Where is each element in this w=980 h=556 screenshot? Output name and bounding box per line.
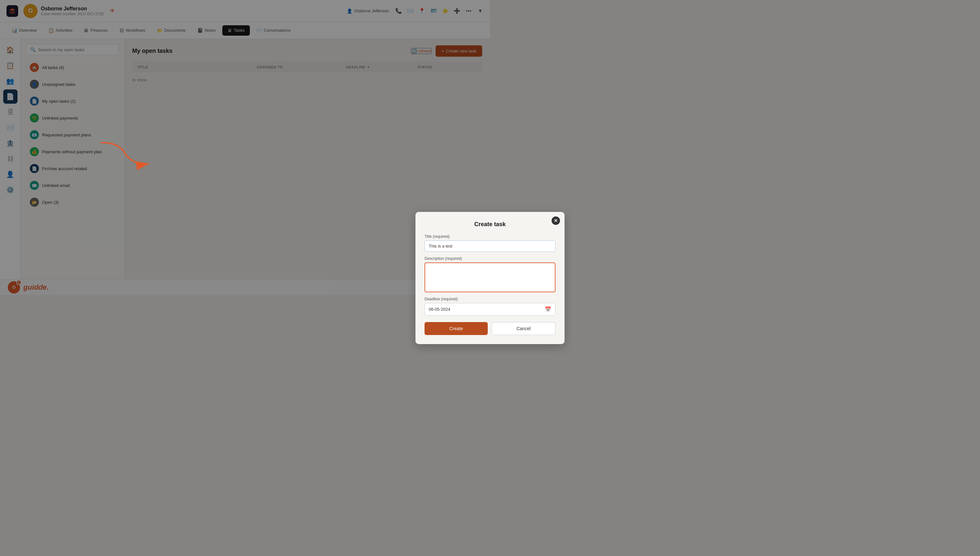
description-field-group: Description (required) <box>425 256 490 292</box>
modal-title: Create task <box>425 221 490 228</box>
description-field-label: Description (required) <box>425 256 490 261</box>
arrow-annotation <box>94 136 159 175</box>
create-task-modal: Create task ✕ Title (required) Descripti… <box>416 212 490 295</box>
title-input[interactable] <box>425 241 490 252</box>
description-wrapper <box>425 262 490 292</box>
modal-overlay: Create task ✕ Title (required) Descripti… <box>0 0 490 295</box>
description-textarea[interactable] <box>426 264 490 290</box>
title-field-group: Title (required) <box>425 234 490 252</box>
title-field-label: Title (required) <box>425 234 490 239</box>
